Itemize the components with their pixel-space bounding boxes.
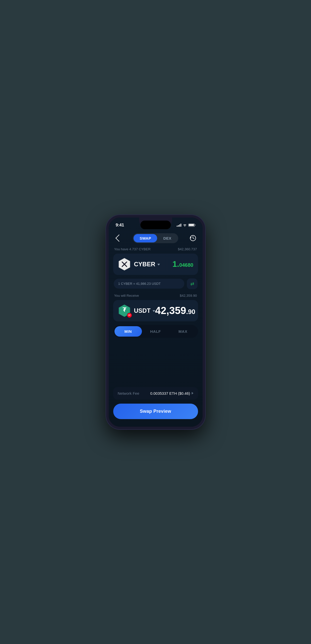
nav-bar: SWAP DEX [109, 231, 203, 247]
to-token-name: USDT [134, 307, 151, 314]
status-icons [177, 224, 195, 227]
signal-bar-4 [181, 224, 181, 227]
main-content: You have 4.737 CYBER $42,360.737 [109, 247, 203, 387]
history-icon [190, 235, 196, 241]
receive-info: You will Receive $42,359.90 [113, 294, 198, 298]
op-badge: OP [127, 313, 132, 318]
to-token-name-row[interactable]: USDT [134, 307, 155, 314]
battery-tip [195, 224, 195, 226]
half-button[interactable]: HALF [142, 326, 169, 337]
signal-bar-3 [179, 224, 180, 227]
to-amount-integer: 42,359 [155, 305, 186, 316]
usdt-token-icon: ₮ OP [118, 304, 131, 317]
balance-text: You have 4.737 CYBER [114, 247, 151, 251]
signal-bar-1 [177, 226, 177, 227]
status-time: 9:41 [116, 223, 124, 228]
from-token-left: CYBER [118, 258, 160, 271]
to-token-amount: 42,359.90 [155, 305, 195, 316]
back-arrow-icon [115, 235, 122, 242]
fee-chevron-icon [192, 392, 193, 394]
from-token-card: CYBER 1.04680 [113, 254, 198, 275]
tab-swap[interactable]: SWAP [134, 234, 157, 242]
from-token-name-row[interactable]: CYBER [134, 261, 160, 268]
from-token-chevron-icon [157, 264, 160, 266]
balance-usd: $42,360.737 [178, 247, 197, 251]
to-token-card: ₮ OP USDT 42,359.90 [113, 300, 198, 321]
from-token-info: CYBER [134, 261, 160, 268]
svg-text:₮: ₮ [123, 307, 126, 313]
bottom-section: Network Fee 0.0035337 ETH ($0.46) Swap P… [109, 387, 203, 427]
to-amount-decimal: .90 [186, 308, 195, 316]
from-amount-decimal: 04680 [179, 262, 193, 268]
dynamic-island [140, 221, 171, 229]
to-token-left: ₮ OP USDT [118, 304, 155, 317]
from-token-name: CYBER [134, 261, 155, 268]
phone-frame: 9:41 [106, 215, 205, 429]
phone-screen: 9:41 [109, 218, 203, 427]
balance-info: You have 4.737 CYBER $42,360.737 [113, 247, 198, 251]
min-button[interactable]: MIN [114, 326, 142, 337]
nav-tabs: SWAP DEX [133, 233, 178, 243]
max-button[interactable]: MAX [169, 326, 197, 337]
network-fee-card[interactable]: Network Fee 0.0035337 ETH ($0.46) [113, 387, 198, 400]
receive-usd: $42,359.90 [180, 294, 197, 298]
battery-icon [188, 224, 195, 227]
exchange-rate-row: 1 CYBER = 41,986.23 USDT ⇅ [113, 278, 198, 289]
from-amount-integer: 1. [172, 259, 179, 269]
to-token-chevron-icon [153, 310, 155, 312]
battery-body [188, 224, 195, 227]
from-token-amount[interactable]: 1.04680 [172, 259, 193, 269]
receive-label: You will Receive [114, 294, 139, 298]
signal-bar-2 [178, 225, 179, 227]
wifi-icon [183, 224, 187, 227]
exchange-rate-text: 1 CYBER = 41,986.23 USDT [118, 282, 161, 286]
signal-bars-icon [177, 224, 181, 227]
to-token-info: USDT [134, 307, 155, 314]
network-fee-value: 0.0035337 ETH ($0.46) [150, 391, 190, 395]
exchange-rate-pill: 1 CYBER = 41,986.23 USDT [114, 279, 184, 289]
battery-fill [189, 224, 194, 226]
history-button[interactable] [188, 234, 198, 243]
amount-buttons: MIN HALF MAX [113, 325, 198, 338]
fee-right: 0.0035337 ETH ($0.46) [150, 391, 193, 395]
swap-direction-button[interactable]: ⇅ [187, 278, 198, 289]
cyber-token-icon [118, 258, 131, 271]
back-button[interactable] [114, 234, 123, 243]
swap-preview-button[interactable]: Swap Preview [113, 404, 198, 419]
network-fee-label: Network Fee [118, 391, 139, 395]
cyber-hex-icon [118, 258, 131, 271]
tab-dex[interactable]: DEX [157, 234, 177, 242]
swap-arrows-icon: ⇅ [189, 282, 195, 286]
